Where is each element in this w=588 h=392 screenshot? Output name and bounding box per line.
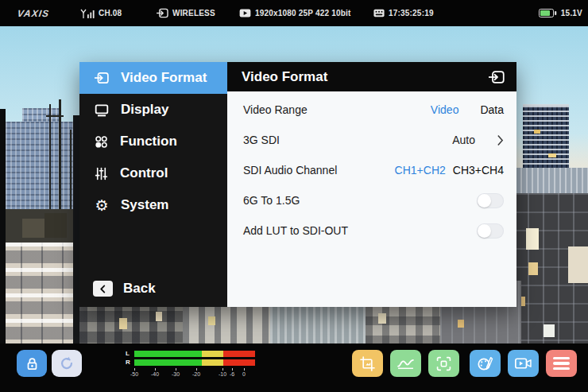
toggle-switch-off[interactable] [477,223,504,239]
bg-building-mid-right [515,168,588,196]
settings-panel: Video Format Video Range Video Data 3G S… [227,62,516,307]
gear-icon: ⚙ [95,198,109,212]
crop-frame-button[interactable] [352,350,383,377]
rotate-refresh-button[interactable] [52,350,82,377]
setting-row-6g-to-1-5g[interactable]: 6G To 1.5G [227,185,516,215]
lock-icon [25,357,39,371]
settings-rows: Video Range Video Data 3G SDI Auto [227,91,516,246]
setting-label: SDI Audio Channel [243,164,337,177]
option-ch1-ch2[interactable]: CH1+CH2 [395,164,446,177]
bg-antenna-mast [59,99,61,225]
option-video[interactable]: Video [431,103,459,116]
sidebar-item-label: Function [120,134,177,149]
bg-lit-window [458,320,464,328]
meter-tick [176,368,176,371]
meter-channel-label: R [126,359,130,366]
meter-bar-left [134,351,255,357]
hamburger-menu-icon [553,357,570,371]
sidebar-item-video-format[interactable]: Video Format [79,62,227,94]
panel-header: Video Format [227,62,516,91]
bg-antenna-crossbar [46,115,64,117]
setting-label: 3G SDI [243,134,280,146]
waveform-button[interactable] [390,350,421,377]
voltage-label: 15.1V [561,9,582,17]
bg-apartment-left [0,243,83,343]
bg-lit-window [548,153,556,157]
meter-scale-label: -40 [147,371,163,377]
setting-row-add-lut-sdi-out[interactable]: Add LUT to SDI-OUT [227,215,516,246]
toggle-switch-off[interactable] [477,193,504,208]
wireless-label: WIRELESS [172,9,215,17]
battery-icon [539,9,557,17]
setting-value: Auto [452,134,475,146]
wireless-status: WIRELESS [157,0,215,26]
brand-logo: VAXIS [16,0,52,26]
bg-lit-window [534,130,540,134]
channel-label: CH.08 [99,9,122,17]
sliders-icon [95,167,108,180]
bg-lit-window [156,312,162,321]
bg-lit-window [528,262,538,275]
sidebar-item-label: System [121,197,168,213]
signal-strength-icon [80,9,95,18]
setting-row-3g-sdi[interactable]: 3G SDI Auto [227,125,516,155]
sdi-out-icon [489,70,505,84]
meter-tick [232,368,233,371]
back-label: Back [123,281,156,297]
meter-scale-label: 0 [236,371,252,377]
more-menu-button[interactable] [546,350,577,377]
video-format-label: 1920x1080 25P 422 10bit [255,9,351,17]
bg-lit-window [378,313,386,324]
setting-label: Video Range [243,103,308,116]
sdi-out-icon [95,72,109,84]
status-bar: VAXIS CH.08 WIRELESS 1920x1080 25P 422 1… [0,0,588,26]
option-data[interactable]: Data [480,103,504,116]
meter-channel-label: L [126,351,130,357]
color-palette-button[interactable] [470,350,501,377]
bg-lit-window [526,228,539,250]
setting-label: Add LUT to SDI-OUT [243,224,348,237]
timecode-status: 17:35:25:19 [373,0,434,26]
lock-button[interactable] [17,350,47,377]
bg-dark-edge-left [0,109,6,343]
palette-icon [477,356,493,371]
menu-sidebar: Video Format Display Function [79,62,227,307]
center-focus-button[interactable] [428,350,459,377]
bg-lit-window [544,324,555,337]
bg-lit-window [568,246,588,283]
meter-scale-label: -20 [188,371,204,377]
sidebar-item-system[interactable]: ⚙ System [79,189,227,221]
meter-tick [155,368,156,371]
back-chevron-icon [93,281,113,297]
setting-row-video-range[interactable]: Video Range Video Data [227,95,516,125]
monitor-screen: VAXIS CH.08 WIRELESS 1920x1080 25P 422 1… [0,0,588,392]
meter-tick [196,368,197,371]
option-ch3-ch4[interactable]: CH3+CH4 [453,164,504,177]
bg-lit-window [208,316,215,325]
display-icon [95,103,109,117]
format-status: 1920x1080 25P 422 10bit [239,0,351,26]
chevron-right-icon [497,134,504,146]
meter-scale-label: -30 [168,371,184,377]
function-dots-icon [95,135,108,149]
sidebar-item-label: Control [120,165,168,181]
bg-building-distant-left [6,122,79,213]
settings-menu: Video Format Display Function [79,62,516,307]
bg-antenna-mast [49,104,51,225]
sdi-out-icon [157,8,168,18]
bg-lit-window [119,318,127,329]
sidebar-item-function[interactable]: Function [79,126,227,157]
video-play-icon [239,9,251,17]
meter-tick [222,368,223,371]
sidebar-item-display[interactable]: Display [79,94,227,126]
meter-tick [244,368,245,371]
center-focus-icon [436,356,451,371]
video-camera-button[interactable] [508,350,539,377]
crop-icon [360,356,375,371]
sidebar-item-control[interactable]: Control [79,157,227,189]
meter-scale-label: -50 [126,371,142,377]
setting-label: 6G To 1.5G [243,194,300,207]
setting-row-sdi-audio-channel[interactable]: SDI Audio Channel CH1+CH2 CH3+CH4 [227,155,516,185]
back-button[interactable]: Back [93,281,156,297]
meter-bar-right [134,359,255,366]
